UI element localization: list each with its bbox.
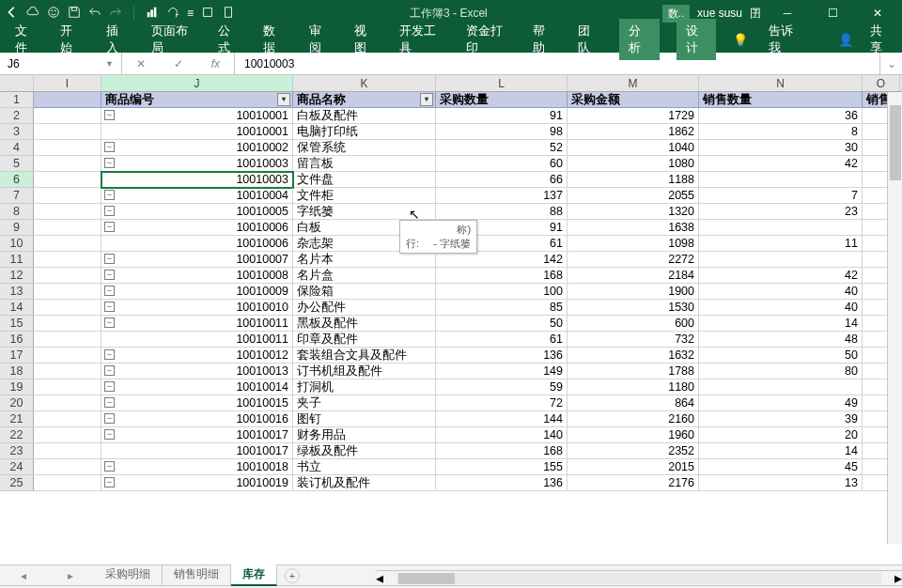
row-number[interactable]: 3 <box>0 124 34 140</box>
cell-purchase-amt[interactable]: 1188 <box>568 172 699 188</box>
scroll-left-icon[interactable]: ◂ <box>376 569 383 587</box>
name-box[interactable]: J6 ▼ <box>0 53 122 74</box>
cell-product-name[interactable]: 办公配件 <box>293 300 436 316</box>
outline-collapse-icon[interactable]: − <box>104 397 115 408</box>
cell-product-id[interactable]: −10010007 <box>101 252 293 268</box>
cell-purchase-qty[interactable]: 149 <box>436 364 568 379</box>
cell[interactable] <box>34 108 101 124</box>
row-number[interactable]: 24 <box>0 459 34 475</box>
vertical-scrollbar[interactable] <box>887 92 902 544</box>
col-header-L[interactable]: L <box>436 75 568 91</box>
row-number[interactable]: 17 <box>0 348 34 364</box>
cell-product-name[interactable]: 名片盒 <box>293 268 436 284</box>
box-icon[interactable] <box>201 6 214 22</box>
cell[interactable] <box>34 140 101 156</box>
outline-collapse-icon[interactable]: − <box>104 365 115 376</box>
row-number[interactable]: 20 <box>0 395 34 411</box>
cell-purchase-qty[interactable]: 168 <box>436 443 568 459</box>
enter-icon[interactable]: ✓ <box>174 57 183 70</box>
redo-icon[interactable] <box>109 6 122 22</box>
tab-help[interactable]: 帮助 <box>529 19 557 60</box>
close-button[interactable]: ✕ <box>859 7 896 20</box>
outline-collapse-icon[interactable]: − <box>104 317 115 328</box>
cell-purchase-amt[interactable]: 732 <box>568 332 699 348</box>
cell-sales-qty[interactable]: 20 <box>699 427 863 443</box>
cell[interactable] <box>34 300 101 316</box>
cancel-icon[interactable]: ✕ <box>136 57 146 70</box>
cell-purchase-amt[interactable]: 2184 <box>568 268 699 284</box>
tab-view[interactable]: 视图 <box>350 19 379 60</box>
cell-product-id[interactable]: −10010005 <box>101 204 293 220</box>
cell-sales-qty[interactable]: 30 <box>699 140 863 156</box>
cell[interactable] <box>34 475 101 491</box>
cell[interactable] <box>34 220 101 236</box>
cell-purchase-amt[interactable]: 1862 <box>568 124 699 140</box>
row-number[interactable]: 6 <box>0 172 34 188</box>
row-number[interactable]: 9 <box>0 220 34 236</box>
cell-purchase-qty[interactable]: 61 <box>436 332 568 348</box>
team-icon[interactable]: 囝 <box>750 6 761 22</box>
cell-sales-qty[interactable]: 36 <box>699 108 863 124</box>
cell-sales-qty[interactable]: 49 <box>699 395 863 411</box>
cell[interactable] <box>34 427 101 443</box>
cell-product-name[interactable]: 图钉 <box>293 411 436 427</box>
cell-product-id[interactable]: −10010019 <box>101 475 293 491</box>
cell-sales-qty[interactable] <box>699 172 863 188</box>
cell-sales-qty[interactable]: 14 <box>699 443 863 459</box>
tab-review[interactable]: 审阅 <box>305 19 334 60</box>
cell-product-id[interactable]: −10010015 <box>101 395 293 411</box>
share-icon[interactable]: 👤 <box>838 33 853 47</box>
cell-purchase-qty[interactable]: 140 <box>436 427 568 443</box>
row-number[interactable]: 18 <box>0 364 34 379</box>
row-number[interactable]: 7 <box>0 188 34 204</box>
cell-product-id[interactable]: −10010001 <box>101 108 293 124</box>
cell-purchase-qty[interactable]: 85 <box>436 300 568 316</box>
sheet-tab[interactable]: 采购明细 <box>94 565 163 586</box>
outline-collapse-icon[interactable]: − <box>104 477 115 487</box>
cell[interactable] <box>34 172 101 188</box>
cell-purchase-amt[interactable]: 600 <box>568 316 699 332</box>
maximize-button[interactable]: ☐ <box>814 7 851 20</box>
user-name[interactable]: xue susu <box>697 7 742 20</box>
cell-purchase-qty[interactable]: 66 <box>436 172 568 188</box>
cell-product-name[interactable]: 打洞机 <box>293 379 436 395</box>
cell-sales-qty[interactable]: 14 <box>699 316 863 332</box>
lightbulb-icon[interactable]: 💡 <box>733 33 748 47</box>
outline-collapse-icon[interactable]: − <box>104 142 115 152</box>
outline-collapse-icon[interactable]: − <box>104 302 115 312</box>
cell-product-name[interactable]: 文件盘 <box>293 172 436 188</box>
row-number[interactable]: 15 <box>0 316 34 332</box>
select-all-corner[interactable] <box>0 75 34 91</box>
cell-product-id[interactable]: −10010012 <box>101 348 293 364</box>
tab-team[interactable]: 团队 <box>574 19 602 60</box>
cell-product-name[interactable]: 印章及配件 <box>293 332 436 348</box>
row-number[interactable]: 2 <box>0 108 34 124</box>
cell-sales-qty[interactable] <box>699 252 863 268</box>
cell-product-name[interactable]: 保险箱 <box>293 284 436 300</box>
filter-dropdown-icon[interactable]: ▾ <box>277 93 290 106</box>
cell-purchase-qty[interactable]: 60 <box>436 156 568 172</box>
cell-product-id[interactable]: 10010001 <box>101 124 293 140</box>
cell-sales-qty[interactable]: 13 <box>699 475 863 491</box>
row-number[interactable]: 13 <box>0 284 34 300</box>
formula-input[interactable]: 10010003 <box>235 57 879 70</box>
cell[interactable] <box>34 188 101 204</box>
cell-purchase-qty[interactable]: 98 <box>436 124 568 140</box>
share-button[interactable]: 共享 <box>870 23 891 56</box>
cell-product-name[interactable]: 白板及配件 <box>293 108 436 124</box>
sheet-tab[interactable]: 库存 <box>231 565 277 586</box>
cell-purchase-amt[interactable]: 2176 <box>568 475 699 491</box>
cell-product-id[interactable]: −10010002 <box>101 140 293 156</box>
cell-product-id[interactable]: 10010006 <box>101 236 293 252</box>
outline-collapse-icon[interactable]: − <box>104 461 115 472</box>
cell-sales-qty[interactable]: 80 <box>699 364 863 379</box>
cell[interactable] <box>34 236 101 252</box>
cell-product-name[interactable]: 财务用品 <box>293 427 436 443</box>
sheet-tab[interactable]: 销售明细 <box>163 565 231 586</box>
cell-product-id[interactable]: 10010011 <box>101 332 293 348</box>
cell-product-id[interactable]: −10010016 <box>101 411 293 427</box>
cell[interactable] <box>34 364 101 379</box>
cell-product-name[interactable]: 电脑打印纸 <box>293 124 436 140</box>
col-header-O[interactable]: O <box>863 75 900 91</box>
cell-purchase-qty[interactable]: 50 <box>436 316 568 332</box>
